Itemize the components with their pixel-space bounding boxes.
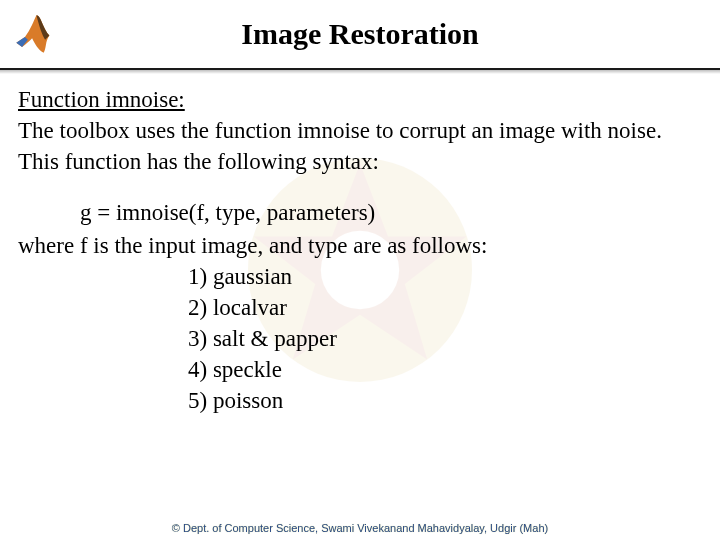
footer-credit: © Dept. of Computer Science, Swami Vivek… [0,522,720,534]
type-item: 5) poisson [188,385,702,416]
type-item: 1) gaussian [188,261,702,292]
type-list: 1) gaussian 2) localvar 3) salt & papper… [18,261,702,416]
function-heading: Function imnoise: [18,87,185,112]
type-item: 4) speckle [188,354,702,385]
type-item: 2) localvar [188,292,702,323]
matlab-logo-icon [12,11,58,57]
function-description: The toolbox uses the function imnoise to… [18,118,662,174]
slide-title: Image Restoration [58,17,708,51]
slide-body: Function imnoise: The toolbox uses the f… [0,70,720,416]
slide-header: Image Restoration [0,0,720,70]
where-line: where f is the input image, and type are… [18,230,702,261]
syntax-line: g = imnoise(f, type, parameters) [18,197,702,228]
type-item: 3) salt & papper [188,323,702,354]
